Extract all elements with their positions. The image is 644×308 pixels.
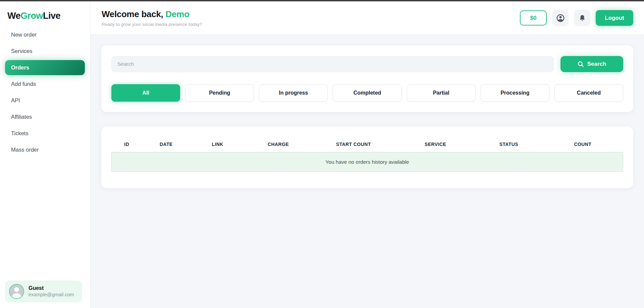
sidebar-item-affiliates[interactable]: Affiliates [0,109,90,125]
search-icon [578,61,584,67]
filter-pending[interactable]: Pending [185,84,254,102]
col-header-status: STATUS [475,142,542,147]
empty-orders-message: You have no orders history available [325,159,409,165]
user-circle-icon [556,14,565,22]
user-email: example@gmail.com [29,292,74,298]
sidebar-item-label: Add funds [11,81,36,87]
main-area: Welcome back, Demo Ready to grow your so… [91,1,644,308]
filter-partial[interactable]: Partial [407,84,476,102]
person-silhouette-icon [10,285,23,298]
brand-part-we: We [7,11,20,21]
notifications-button[interactable] [574,10,590,26]
bell-icon [578,14,586,22]
col-header-count: COUNT [542,142,623,147]
sidebar-item-label: Services [11,48,32,54]
user-info: Guest example@gmail.com [29,285,74,298]
col-header-charge: CHARGE [245,142,311,147]
filter-in-progress[interactable]: In progress [259,84,328,102]
sidebar-item-add-funds[interactable]: Add funds [0,76,90,92]
sidebar-item-api[interactable]: API [0,92,90,109]
balance-button[interactable]: $0 [520,10,547,25]
logout-button[interactable]: Logout [596,10,633,26]
sidebar-item-label: Affiliates [11,114,32,120]
sidebar-item-new-order[interactable]: New order [0,27,90,43]
sidebar: WeGrowLive New order Services Orders Add… [0,1,91,308]
user-display-name: Demo [165,9,189,19]
brand-part-live: Live [43,11,60,21]
sidebar-item-services[interactable]: Services [0,43,90,59]
col-header-id: ID [111,142,142,147]
header-actions: $0 Logout [520,10,633,26]
filter-completed[interactable]: Completed [333,84,401,102]
col-header-start-count: START COUNT [312,142,395,147]
search-button-label: Search [587,61,606,67]
empty-orders-row: You have no orders history available [111,152,623,172]
search-button[interactable]: Search [560,56,623,72]
col-header-link: LINK [190,142,245,147]
search-input[interactable] [111,56,554,72]
filter-canceled[interactable]: Canceled [554,84,623,102]
sidebar-item-mass-order[interactable]: Mass order [0,142,90,158]
col-header-service: SERVICE [395,142,475,147]
filter-all[interactable]: All [111,84,180,102]
page-title: Welcome back, Demo [102,9,202,19]
search-row: Search [111,56,623,72]
page-subtitle: Ready to grow your social media presence… [102,22,202,27]
user-card[interactable]: Guest example@gmail.com [5,280,82,302]
avatar [9,284,24,299]
orders-table-card: ID DATE LINK CHARGE START COUNT SERVICE … [101,126,633,188]
filter-processing[interactable]: Processing [481,84,549,102]
user-name: Guest [29,285,74,292]
sidebar-item-tickets[interactable]: Tickets [0,125,90,142]
sidebar-item-label: API [11,97,20,104]
sidebar-item-label: Orders [11,64,29,71]
brand-part-grow: Grow [20,11,43,21]
account-button[interactable] [552,10,569,26]
sidebar-nav: New order Services Orders Add funds API … [0,27,90,158]
sidebar-item-orders[interactable]: Orders [0,59,90,76]
welcome-text: Welcome back, [102,9,165,19]
header-titles: Welcome back, Demo Ready to grow your so… [102,9,202,27]
sidebar-item-label: New order [11,32,37,38]
sidebar-item-label: Tickets [11,130,29,137]
app-root: WeGrowLive New order Services Orders Add… [0,1,644,308]
sidebar-item-label: Mass order [11,147,39,153]
col-header-date: DATE [142,142,190,147]
orders-table-header: ID DATE LINK CHARGE START COUNT SERVICE … [111,142,623,147]
page-header: Welcome back, Demo Ready to grow your so… [91,1,644,35]
content-area: Search All Pending In progress Completed… [91,35,644,308]
sidebar-active-pill: Orders [5,60,85,75]
search-filters-card: Search All Pending In progress Completed… [101,45,633,112]
status-filter-row: All Pending In progress Completed Partia… [111,84,623,102]
brand-logo[interactable]: WeGrowLive [0,1,90,21]
